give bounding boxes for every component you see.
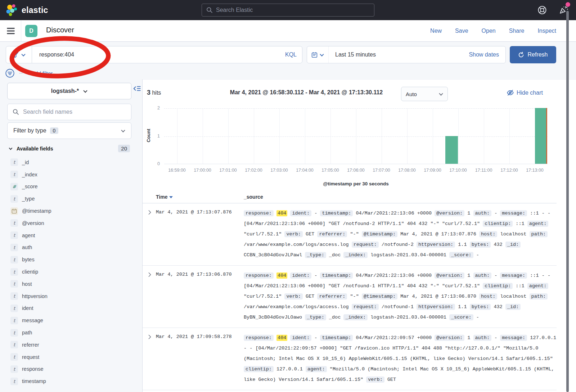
field-item-version[interactable]: t@version (7, 217, 131, 229)
source-field-pill: _index: (343, 252, 368, 258)
field-item-request[interactable]: trequest (7, 351, 131, 363)
v-gridline (279, 108, 280, 164)
v-gridline (407, 108, 408, 164)
menu-hamburger-icon[interactable] (6, 26, 15, 36)
field-name: _index (22, 172, 37, 177)
field-type-badge: t (10, 378, 18, 385)
histogram-bar[interactable] (445, 136, 458, 164)
source-value: CCBN_3cB04dGovJLPawl (244, 252, 302, 258)
help-icon[interactable] (537, 5, 547, 15)
field-name: response (22, 366, 44, 372)
field-item-response[interactable]: tresponse (7, 363, 131, 375)
source-field-pill: @timestamp: (362, 231, 397, 237)
expand-row-chevron-icon (147, 272, 152, 277)
y-tick-label: 0 (145, 161, 160, 166)
filter-by-type-select[interactable]: Filter by type 0 (7, 122, 131, 139)
source-field-pill: _index: (343, 314, 368, 320)
source-field-pill: agent: (306, 366, 327, 372)
source-field-pill: auth: (473, 272, 492, 279)
field-item-clientip[interactable]: tclientip (7, 266, 131, 278)
x-tick-label: 17:03:00 (266, 168, 293, 173)
source-value: /notfound-2 (382, 242, 414, 247)
table-row: Mar 4, 2021 @ 17:13:06.870response: 404 … (143, 266, 557, 328)
field-item-timestamp[interactable]: @timestamp (7, 205, 131, 217)
app-link-new[interactable]: New (430, 28, 442, 34)
field-item-auth[interactable]: tauth (7, 242, 131, 254)
interval-select[interactable]: Auto (401, 87, 448, 101)
field-item-agent[interactable]: tagent (7, 229, 131, 242)
field-item-referrer[interactable]: treferrer (7, 339, 131, 351)
field-item-id[interactable]: t_id (7, 156, 131, 168)
add-filter-link[interactable]: + Add filter (27, 70, 53, 76)
global-search-placeholder: Search Elastic (216, 7, 253, 13)
field-type-badge: t (10, 329, 18, 337)
field-item-path[interactable]: tpath (7, 326, 131, 339)
time-range-value[interactable]: Last 15 minutes (329, 51, 469, 58)
histogram-bar[interactable] (535, 108, 548, 164)
table-row: Mar 4, 2021 @ 17:09:58.278response: 404 … (143, 328, 557, 390)
source-field-pill: _score: (449, 252, 473, 258)
query-bar[interactable]: response:404 KQL (6, 46, 302, 63)
top-navigation-bar: elastic Search Elastic (0, 0, 576, 20)
field-item-score[interactable]: #_score (7, 181, 131, 193)
column-header-time[interactable]: Time (156, 194, 173, 200)
source-field-pill: request: (352, 304, 379, 310)
collapse-sidebar-icon[interactable] (133, 85, 141, 93)
source-field-pill: @version: (435, 210, 464, 216)
x-tick-label: 17:08:00 (394, 168, 420, 173)
query-language-toggle[interactable]: KQL (280, 51, 302, 58)
app-link-open[interactable]: Open (482, 28, 496, 34)
row-source: response: 404 ident: - timestamp: 04/Mar… (244, 270, 557, 323)
field-item-host[interactable]: thost (7, 278, 131, 290)
saved-query-menu-button[interactable] (6, 46, 32, 63)
source-field-pill: _id: (505, 304, 521, 310)
field-item-type[interactable]: t_type (7, 193, 131, 205)
show-dates-link[interactable]: Show dates (469, 51, 505, 58)
source-value: localhost (500, 294, 527, 299)
plot-area (164, 108, 548, 164)
field-type-badge: t (10, 244, 18, 251)
source-value: ::1 (516, 221, 524, 226)
field-item-httpversion[interactable]: thttpversion (7, 290, 131, 302)
field-item-message[interactable]: tmessage (7, 314, 131, 326)
filter-divider (19, 73, 23, 73)
refresh-icon (518, 52, 524, 58)
date-quick-select-button[interactable] (307, 46, 329, 63)
vertical-scrollbar[interactable] (566, 11, 569, 392)
source-field-pill: host: (479, 293, 498, 299)
app-link-save[interactable]: Save (455, 28, 468, 34)
field-search-input[interactable]: Search field names (7, 104, 131, 120)
search-icon (206, 7, 213, 13)
field-name: _id (22, 159, 29, 165)
query-input[interactable]: response:404 (32, 51, 280, 58)
index-pattern-select[interactable]: logstash-* (7, 83, 131, 99)
source-field-pill: _type: (305, 314, 326, 320)
field-type-badge: t (10, 195, 18, 203)
hide-chart-button[interactable]: Hide chart (507, 89, 543, 96)
expand-row-button[interactable] (147, 210, 152, 215)
app-link-inspect[interactable]: Inspect (537, 28, 556, 34)
field-item-bytes[interactable]: tbytes (7, 253, 131, 266)
elastic-brand[interactable]: elastic (5, 4, 48, 17)
y-tick-label: 1 (145, 134, 160, 139)
app-link-share[interactable]: Share (509, 28, 525, 34)
source-value: - (476, 252, 479, 258)
field-item-timestamp[interactable]: ttimestamp (7, 375, 131, 387)
source-value: _doc (329, 252, 341, 258)
expand-row-button[interactable] (147, 272, 152, 277)
field-item-index[interactable]: t_index (7, 168, 131, 181)
source-field-pill: bytes: (470, 242, 491, 248)
x-tick-label: 17:02:00 (240, 168, 267, 173)
filter-menu-icon[interactable] (5, 68, 15, 78)
source-value: - (476, 315, 479, 320)
date-picker[interactable]: Last 15 minutes Show dates (307, 46, 506, 63)
discover-app-badge[interactable]: D (25, 25, 37, 37)
global-search-input[interactable]: Search Elastic (202, 4, 374, 17)
available-fields-header[interactable]: Available fields 20 (9, 145, 131, 152)
source-field-pill: clientip: (244, 366, 274, 372)
source-value: 1.1 (458, 242, 467, 247)
expand-row-button[interactable] (147, 334, 152, 339)
refresh-button[interactable]: Refresh (510, 46, 556, 63)
field-item-ident[interactable]: tident (7, 302, 131, 315)
hide-chart-label: Hide chart (517, 90, 543, 96)
